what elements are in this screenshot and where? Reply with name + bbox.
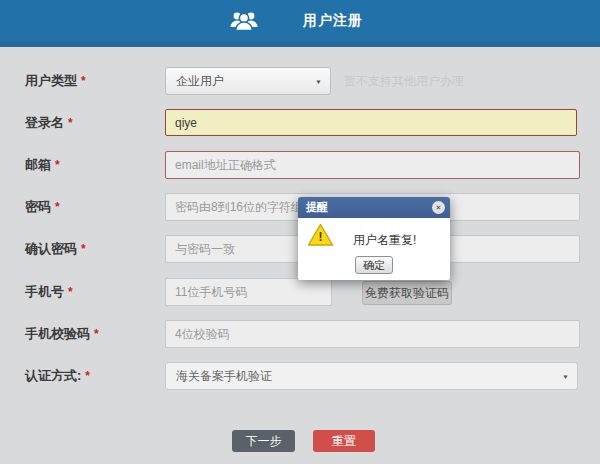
phone-label: 手机号* <box>25 278 73 306</box>
field-row-login-name: 登录名* <box>0 109 600 137</box>
dialog-body: ! 用户名重复! 确定 <box>298 218 450 280</box>
field-row-phone: 手机号* 免费获取验证码 <box>0 278 600 306</box>
field-row-auth-method: 认证方式:* 海关备案手机验证 ▼ <box>0 362 600 390</box>
ok-button[interactable]: 确定 <box>355 256 393 274</box>
required-asterisk: * <box>81 242 86 256</box>
login-name-input[interactable] <box>165 109 577 136</box>
user-type-label: 用户类型* <box>25 67 86 95</box>
field-row-user-type: 用户类型* 企业用户 ▼ 暂不支持其他用户办理 <box>0 67 600 95</box>
email-input[interactable] <box>165 151 580 179</box>
user-type-selected-value: 企业用户 <box>176 73 224 90</box>
login-name-label: 登录名* <box>25 109 73 137</box>
next-step-button[interactable]: 下一步 <box>232 430 295 452</box>
page-title: 用户注册 <box>303 12 363 30</box>
auth-method-label: 认证方式:* <box>25 362 90 390</box>
form-actions: 下一步 重置 <box>0 430 600 454</box>
confirm-password-label: 确认密码* <box>25 235 86 263</box>
required-asterisk: * <box>55 200 60 214</box>
required-asterisk: * <box>68 116 73 130</box>
get-sms-code-button[interactable]: 免费获取验证码 <box>362 281 452 305</box>
alert-dialog: 提醒 ✕ ! 用户名重复! 确定 <box>298 197 450 280</box>
caret-down-icon: ▼ <box>562 373 569 379</box>
required-asterisk: * <box>68 285 73 299</box>
header-bar: 用户注册 <box>0 0 600 41</box>
sms-code-label: 手机校验码* <box>25 320 99 348</box>
auth-method-selected-value: 海关备案手机验证 <box>176 368 272 385</box>
dialog-title: 提醒 <box>306 197 328 218</box>
password-label: 密码* <box>25 193 60 221</box>
required-asterisk: * <box>94 327 99 341</box>
dialog-header[interactable]: 提醒 ✕ <box>298 197 450 218</box>
field-row-sms-code: 手机校验码* <box>0 320 600 348</box>
caret-down-icon: ▼ <box>315 78 322 84</box>
dialog-message: 用户名重复! <box>353 232 416 249</box>
phone-input[interactable] <box>165 278 332 306</box>
close-icon[interactable]: ✕ <box>432 201 445 214</box>
sms-code-input[interactable] <box>165 320 580 348</box>
user-type-select[interactable]: 企业用户 ▼ <box>165 67 331 95</box>
exclamation-glyph: ! <box>307 230 334 244</box>
users-icon <box>230 9 258 33</box>
required-asterisk: * <box>55 158 60 172</box>
required-asterisk: * <box>85 369 90 383</box>
user-type-help-text: 暂不支持其他用户办理 <box>344 67 464 95</box>
email-label: 邮箱* <box>25 151 60 179</box>
field-row-email: 邮箱* <box>0 151 600 179</box>
auth-method-select[interactable]: 海关备案手机验证 ▼ <box>165 362 578 390</box>
reset-button[interactable]: 重置 <box>313 430 375 452</box>
header-stripe <box>0 41 600 47</box>
warning-triangle-icon: ! <box>307 223 334 247</box>
required-asterisk: * <box>81 74 86 88</box>
